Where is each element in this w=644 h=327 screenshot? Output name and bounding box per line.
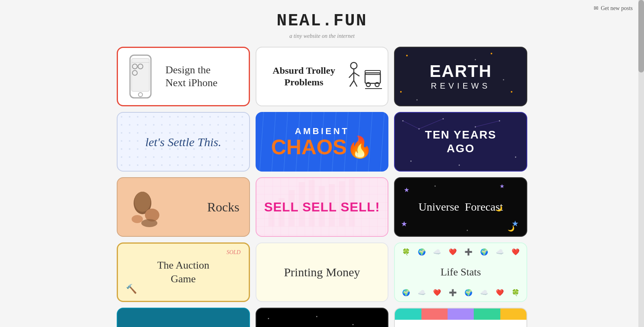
site-title: NEAL.FUN (0, 11, 644, 31)
svg-line-10 (354, 72, 359, 76)
earth-stars-bg (395, 48, 526, 106)
trolley-card-text: Absurd TrolleyProblems (262, 65, 346, 88)
card-lets-settle[interactable]: let's Settle This. (117, 112, 250, 172)
svg-line-28 (272, 112, 276, 172)
svg-rect-64 (339, 181, 345, 226)
svg-line-46 (403, 121, 419, 129)
sizeof-stars-bg (256, 308, 388, 327)
cards-grid: Design theNext iPhone Absurd TrolleyProb… (109, 47, 535, 327)
svg-line-36 (368, 112, 372, 172)
svg-point-2 (138, 93, 142, 97)
svg-point-23 (475, 59, 476, 60)
svg-rect-58 (279, 198, 285, 226)
svg-point-44 (411, 161, 412, 162)
svg-line-34 (344, 112, 348, 172)
card-printing-money[interactable]: Printing Money (256, 242, 389, 302)
svg-point-53 (141, 219, 157, 227)
trolley-drawing (346, 58, 382, 95)
rocks-drawing (127, 185, 163, 229)
svg-line-27 (260, 112, 264, 172)
lifestats-icons-top: 🍀🌍☁️❤️➕🌍☁️❤️ (395, 248, 526, 256)
svg-line-29 (284, 112, 288, 172)
svg-line-9 (349, 72, 354, 78)
svg-line-33 (332, 112, 336, 172)
site-subtitle: a tiny website on the internet (0, 33, 644, 39)
svg-point-45 (459, 165, 460, 166)
svg-line-11 (350, 81, 354, 87)
svg-line-37 (380, 112, 384, 172)
card-ambient-chaos[interactable]: AMBIENT CHAOS🔥 (256, 112, 389, 172)
rocks-card-text: Rocks (207, 200, 239, 215)
svg-point-52 (132, 215, 143, 223)
svg-line-31 (308, 112, 312, 172)
svg-line-32 (320, 112, 324, 172)
svg-line-48 (475, 121, 500, 127)
svg-line-35 (356, 112, 360, 172)
svg-text:🌙: 🌙 (495, 205, 503, 212)
svg-point-21 (400, 91, 402, 93)
lifestats-card-text: Life Stats (440, 266, 481, 278)
svg-rect-65 (349, 179, 355, 226)
sell-grid-bg (256, 178, 388, 236)
card-rocks[interactable]: Rocks (117, 177, 250, 237)
card-universe-forecast[interactable]: ★ ★ ★ ★ 🌙 🌙 Universe Forecast (394, 177, 527, 237)
svg-point-74 (268, 318, 269, 319)
card-design-iphone[interactable]: Design theNext iPhone (117, 47, 250, 106)
svg-point-22 (417, 99, 418, 101)
card-absurd-trolley[interactable]: Absurd TrolleyProblems (256, 47, 389, 106)
card-auction-game[interactable]: SOLD The AuctionGame 🔨 (117, 242, 250, 302)
svg-text:★: ★ (401, 220, 407, 228)
card-the-size-of[interactable]: The Size (256, 308, 389, 327)
svg-rect-63 (329, 184, 335, 226)
svg-point-77 (352, 324, 353, 325)
svg-point-20 (511, 91, 512, 93)
auction-sold-label: SOLD (227, 249, 241, 256)
svg-rect-59 (289, 190, 295, 226)
settle-card-text: let's Settle This. (145, 134, 221, 150)
card-sell-sell-sell[interactable]: SELL SELL SELL! (256, 177, 389, 237)
share-color-bar (395, 308, 526, 320)
tenyears-stars-bg (395, 113, 526, 171)
svg-rect-57 (268, 206, 275, 226)
svg-text:🌙: 🌙 (508, 225, 515, 232)
chaos-rain-bg (256, 112, 389, 172)
universe-stars-bg: ★ ★ ★ ★ 🌙 🌙 (395, 178, 526, 236)
svg-point-72 (435, 186, 436, 187)
printing-card-text: Printing Money (284, 265, 360, 279)
svg-point-19 (491, 53, 492, 54)
svg-point-76 (316, 316, 317, 317)
mail-icon: ✉ (594, 5, 599, 12)
svg-point-73 (467, 230, 468, 231)
svg-point-18 (406, 55, 408, 56)
get-new-posts-link[interactable]: ✉ Get new posts (594, 5, 633, 12)
iphone-card-text: Design theNext iPhone (165, 64, 217, 90)
get-new-posts-label: Get new posts (601, 5, 633, 12)
iphone-drawing (126, 54, 158, 99)
svg-line-30 (296, 112, 300, 172)
svg-rect-60 (299, 182, 305, 226)
svg-point-7 (351, 62, 357, 69)
lifestats-icons-bottom: 🌍☁️❤️➕🌍☁️❤️🍀 (395, 289, 526, 296)
auction-hammer-icon: 🔨 (126, 284, 137, 294)
scrollbar-track (638, 0, 644, 327)
svg-line-47 (419, 119, 443, 129)
card-share-page[interactable]: Share this page (394, 308, 527, 327)
svg-text:★: ★ (500, 183, 505, 189)
card-life-stats[interactable]: 🍀🌍☁️❤️➕🌍☁️❤️ Life Stats 🌍☁️❤️➕🌍☁️❤️🍀 (394, 242, 527, 302)
svg-rect-61 (309, 180, 315, 226)
card-deep-sea[interactable]: The Deep Sea (117, 308, 250, 327)
svg-text:★: ★ (404, 186, 409, 193)
svg-point-43 (515, 157, 516, 158)
site-header: NEAL.FUN a tiny website on the internet (0, 0, 644, 47)
svg-rect-62 (319, 186, 325, 226)
scrollbar-thumb[interactable] (638, 0, 644, 72)
auction-card-text: The AuctionGame (157, 259, 209, 286)
card-earth-reviews[interactable]: EARTH REVIEWS (394, 47, 527, 106)
svg-point-24 (503, 79, 504, 81)
card-ten-years-ago[interactable]: TEN YEARSAGO (394, 112, 527, 172)
svg-point-50 (134, 192, 151, 212)
svg-line-12 (354, 81, 357, 87)
